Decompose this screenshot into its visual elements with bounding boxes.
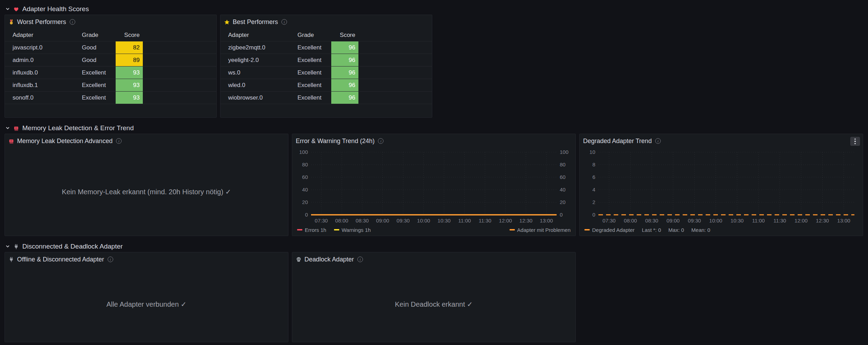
error-warning-chart: 00202040406060808010010007:3008:0008:300… [292, 148, 575, 236]
memory-chip-icon [8, 138, 14, 144]
score-cell: 82 [116, 41, 143, 54]
svg-text:08:30: 08:30 [356, 218, 369, 224]
grade-cell: Excellent [82, 79, 116, 91]
column-header-adapter[interactable]: Adapter [228, 29, 297, 41]
info-icon[interactable] [357, 257, 363, 262]
panel-memory-leak-detection: Memory Leak Detection Advanced Kein Memo… [5, 134, 288, 236]
legend-item[interactable]: Warnings 1h [334, 227, 371, 233]
info-icon[interactable] [655, 138, 661, 144]
score-cell: 89 [116, 54, 143, 66]
legend-item[interactable]: Adapter mit Problemen [510, 227, 571, 233]
row-header-disconnected-deadlock[interactable]: Disconnected & Deadlock Adapter [5, 242, 863, 251]
chart-plot-svg[interactable]: 024681007:3008:0008:3009:0009:3010:0010:… [582, 148, 861, 225]
legend-swatch [584, 229, 590, 230]
info-icon[interactable] [281, 19, 287, 25]
svg-text:10:00: 10:00 [417, 218, 430, 224]
adapter-cell: wiobrowser.0 [228, 92, 297, 104]
grafana-dashboard: Adapter Health Scores Worst Performers A… [0, 0, 868, 342]
table-row: wiobrowser.0Excellent96 [220, 92, 432, 104]
svg-text:0: 0 [560, 212, 563, 218]
column-header-grade[interactable]: Grade [297, 29, 331, 41]
degraded-adapter-plot[interactable]: 024681007:3008:0008:3009:0009:3010:0010:… [582, 148, 861, 225]
svg-text:10:00: 10:00 [709, 218, 722, 224]
adapter-cell: zigbee2mqtt.0 [228, 41, 297, 54]
panel-title[interactable]: Memory Leak Detection Advanced [17, 138, 113, 145]
row-header-memory-leak-error-trend[interactable]: Memory Leak Detection & Error Trend [5, 123, 863, 133]
table-row: ws.0Excellent96 [220, 66, 432, 79]
table-row: admin.0Good89 [5, 54, 216, 66]
chart-plot-svg[interactable]: 00202040406060808010010007:3008:0008:300… [294, 148, 573, 225]
svg-text:40: 40 [302, 187, 308, 193]
svg-text:11:00: 11:00 [752, 218, 765, 224]
star-icon [224, 19, 230, 25]
offline-status-message: Alle Adapter verbunden ✓ [5, 266, 288, 342]
column-header-score[interactable]: Score [116, 29, 143, 41]
score-cell: 96 [331, 54, 358, 66]
svg-text:2: 2 [592, 199, 595, 205]
grade-cell: Excellent [82, 66, 116, 79]
score-cell: 96 [331, 79, 358, 91]
legend-label: Degraded Adapter [592, 227, 635, 233]
chart-legend: Degraded AdapterLast *: 0Max: 0Mean: 0 [582, 225, 861, 234]
svg-text:08:30: 08:30 [645, 218, 658, 224]
svg-text:11:30: 11:30 [479, 218, 491, 224]
panel-title[interactable]: Best Performers [233, 18, 278, 26]
legend-group-left: Errors 1hWarnings 1h [297, 227, 371, 233]
svg-text:12:00: 12:00 [795, 218, 808, 224]
legend-label: Errors 1h [305, 227, 326, 233]
legend-label: Adapter mit Problemen [517, 227, 571, 233]
info-icon[interactable] [116, 138, 122, 144]
degraded-adapter-chart: 024681007:3008:0008:3009:0009:3010:0010:… [580, 148, 863, 236]
score-cell: 93 [116, 79, 143, 91]
panel-title[interactable]: Error & Warning Trend (24h) [296, 138, 374, 145]
table-header-row: AdapterGradeScore [220, 29, 432, 41]
chevron-down-icon [5, 7, 10, 11]
grade-cell: Excellent [297, 66, 331, 79]
adapter-cell: javascript.0 [13, 41, 82, 54]
table-row: zigbee2mqtt.0Excellent96 [220, 41, 432, 54]
table-row: influxdb.1Excellent93 [5, 79, 216, 92]
info-icon[interactable] [108, 257, 113, 262]
legend-group-right: Adapter mit Problemen [510, 227, 571, 233]
legend-stat: Last *: 0 [642, 227, 661, 233]
column-header-grade[interactable]: Grade [82, 29, 116, 41]
panel-title[interactable]: Deadlock Adapter [304, 256, 354, 263]
panel-title[interactable]: Degraded Adapter Trend [583, 138, 652, 145]
legend-item[interactable]: Errors 1h [297, 227, 326, 233]
panel-menu-icon[interactable] [850, 137, 860, 146]
panel-deadlock-adapter: Deadlock Adapter Kein Deadlock erkannt ✓ [292, 252, 576, 342]
grade-cell: Good [82, 41, 116, 54]
legend-item[interactable]: Degraded AdapterLast *: 0Max: 0Mean: 0 [584, 227, 710, 233]
svg-text:13:00: 13:00 [837, 218, 851, 224]
score-cell: 93 [116, 66, 143, 79]
svg-text:60: 60 [560, 174, 566, 180]
svg-text:0: 0 [592, 212, 595, 218]
table-row: javascript.0Good82 [5, 41, 216, 54]
deadlock-status-message: Kein Deadlock erkannt ✓ [292, 266, 575, 342]
info-icon[interactable] [70, 19, 75, 25]
chevron-down-icon [5, 244, 10, 249]
score-cell: 93 [116, 92, 143, 104]
panel-title[interactable]: Worst Performers [17, 18, 66, 26]
error-warning-plot[interactable]: 00202040406060808010010007:3008:0008:300… [294, 148, 573, 225]
best-performers-table: AdapterGradeScorezigbee2mqtt.0Excellent9… [220, 29, 432, 104]
svg-text:80: 80 [302, 162, 308, 167]
column-header-adapter[interactable]: Adapter [13, 29, 82, 41]
svg-text:08:00: 08:00 [335, 218, 348, 224]
adapter-cell: ws.0 [228, 66, 297, 79]
row-header-adapter-health-scores[interactable]: Adapter Health Scores [5, 4, 863, 14]
adapter-cell: influxdb.1 [13, 79, 82, 91]
row-title: Memory Leak Detection & Error Trend [22, 124, 134, 132]
svg-text:09:00: 09:00 [667, 218, 680, 224]
grade-cell: Excellent [297, 41, 331, 54]
svg-text:09:30: 09:30 [397, 218, 410, 224]
memory-leak-status-message: Kein Memory-Leak erkannt (mind. 20h Hist… [5, 148, 288, 236]
panel-worst-performers: Worst Performers AdapterGradeScorejavasc… [5, 15, 217, 118]
panel-error-warning-trend: Error & Warning Trend (24h) 002020404060… [292, 134, 576, 236]
memory-chip-icon [13, 125, 19, 131]
svg-text:20: 20 [560, 199, 566, 205]
panel-title[interactable]: Offline & Disconnected Adapter [17, 256, 104, 263]
info-icon[interactable] [378, 138, 383, 144]
skull-icon [296, 257, 302, 262]
column-header-score[interactable]: Score [331, 29, 358, 41]
